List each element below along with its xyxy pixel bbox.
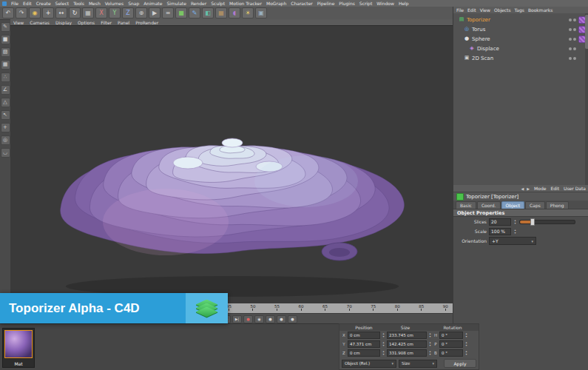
orientation-dropdown[interactable]: +Y — [489, 237, 536, 245]
size-stepper[interactable] — [428, 341, 432, 348]
edges-mode-icon[interactable]: ∠ — [1, 85, 10, 95]
viewport-menu-item[interactable]: Options — [78, 20, 95, 25]
menu-item[interactable]: Script — [359, 1, 372, 6]
object-manager-menu-item[interactable]: Tags — [515, 7, 524, 13]
slices-stepper[interactable] — [513, 218, 517, 225]
rotation-stepper[interactable] — [464, 341, 468, 348]
environment-icon[interactable]: ☀ — [242, 7, 254, 18]
object-manager-menu-item[interactable]: Objects — [494, 7, 511, 13]
record-position-button[interactable]: ● — [266, 315, 275, 323]
app-logo-icon[interactable] — [2, 1, 7, 6]
undo-icon[interactable]: ↶ — [2, 7, 14, 18]
attribute-tab[interactable]: Phong — [546, 201, 569, 209]
mograph-icon[interactable]: ◧ — [202, 7, 214, 18]
coord-mode-dropdown[interactable]: Object (Rel.) — [342, 360, 396, 368]
rotation-stepper[interactable] — [464, 350, 468, 357]
attribute-menu-item[interactable]: User Data — [564, 186, 586, 191]
visibility-toggle-dots[interactable] — [569, 38, 576, 41]
workplane-mode-icon[interactable]: ▦ — [1, 60, 10, 70]
redo-icon[interactable]: ↷ — [16, 7, 27, 18]
menu-item[interactable]: Sculpt — [211, 1, 225, 6]
scale-tool-icon[interactable]: ↔ — [55, 7, 67, 18]
position-input[interactable]: 47.371 cm — [348, 340, 380, 348]
menu-item[interactable]: MoGraph — [266, 1, 286, 6]
menu-item[interactable]: Volumes — [105, 1, 124, 6]
history-forward-icon[interactable]: ▶ — [527, 186, 530, 191]
rotation-input[interactable]: 0 ° — [439, 349, 463, 357]
position-input[interactable]: 0 cm — [348, 332, 380, 339]
deformer-icon[interactable]: ◖ — [229, 7, 240, 18]
size-stepper[interactable] — [428, 350, 432, 357]
position-stepper[interactable] — [382, 332, 385, 339]
polygons-mode-icon[interactable]: △ — [1, 98, 10, 107]
viewport-menu-item[interactable]: ProRender — [135, 20, 158, 25]
viewport-canvas[interactable] — [10, 25, 453, 304]
camera-icon[interactable]: ▣ — [255, 7, 267, 18]
menu-item[interactable]: Mesh — [89, 1, 101, 6]
visibility-toggle-dots[interactable] — [569, 57, 576, 60]
object-row-displace[interactable]: ◈ Displace — [464, 44, 588, 53]
menu-item[interactable]: Render — [191, 1, 206, 6]
viewport-menu-item[interactable]: Cameras — [30, 20, 50, 25]
scale-stepper[interactable] — [513, 228, 517, 235]
visibility-toggle-dots[interactable] — [569, 18, 576, 21]
menu-item[interactable]: Select — [55, 1, 70, 6]
object-manager-menu-item[interactable]: Edit — [467, 7, 476, 13]
rotation-input[interactable]: 0 ° — [439, 332, 463, 339]
live-selection-icon[interactable]: ◉ — [29, 7, 41, 18]
attribute-tab[interactable]: Coord. — [477, 201, 501, 209]
menu-item[interactable]: Simulate — [166, 1, 186, 6]
volume-icon[interactable]: ▦ — [215, 7, 227, 18]
apply-button[interactable]: Apply — [444, 359, 476, 368]
menu-item[interactable]: Plugins — [339, 1, 355, 6]
record-rotation-button[interactable]: ● — [288, 315, 297, 323]
object-row-torus[interactable]: ◎ Torus — [459, 24, 588, 34]
viewport-menu-item[interactable]: View — [13, 20, 24, 25]
slices-slider-knob[interactable] — [530, 218, 535, 226]
z-axis-lock-icon[interactable]: Z — [122, 7, 134, 18]
record-keyframe-button[interactable]: ● — [243, 315, 253, 323]
material-preview-sphere[interactable] — [4, 330, 33, 358]
record-scale-button[interactable]: ● — [277, 315, 286, 323]
position-stepper[interactable] — [382, 350, 385, 357]
render-view-icon[interactable]: ▶ — [149, 7, 160, 18]
texture-mode-icon[interactable]: ▨ — [1, 47, 10, 57]
viewport-menu-item[interactable]: Display — [55, 20, 72, 25]
solo-mode-icon[interactable]: ◎ — [1, 135, 10, 145]
object-row-toporizer[interactable]: ▤ Toporizer — [453, 15, 588, 24]
cube-primitive-icon[interactable]: ■ — [175, 7, 187, 18]
tweak-mode-icon[interactable]: ↖ — [1, 110, 10, 120]
menu-item[interactable]: Animate — [143, 1, 162, 6]
object-row-sphere[interactable]: ● Sphere — [459, 34, 588, 44]
size-input[interactable]: 233.745 cm — [387, 332, 427, 339]
autokey-button[interactable]: ◉ — [254, 315, 264, 323]
menu-item[interactable]: File — [11, 1, 18, 6]
object-row-2d-scan[interactable]: ▣ 2D Scan — [459, 53, 588, 63]
snap-mode-icon[interactable]: ◡ — [1, 148, 10, 158]
visibility-toggle-dots[interactable] — [569, 28, 576, 31]
size-input[interactable]: 142.425 cm — [387, 340, 427, 348]
make-editable-icon[interactable]: ✎ — [1, 22, 10, 32]
menu-item[interactable]: Tools — [73, 1, 84, 6]
attribute-menu-item[interactable]: Mode — [534, 186, 546, 191]
object-manager-menu-item[interactable]: Bookmarks — [528, 7, 553, 13]
attribute-tab[interactable]: Object — [501, 201, 525, 209]
position-stepper[interactable] — [382, 341, 385, 348]
rotation-stepper[interactable] — [464, 332, 468, 339]
menu-item[interactable]: Help — [399, 1, 409, 6]
viewport-menu-item[interactable]: Filter — [101, 20, 112, 25]
slices-slider[interactable] — [519, 220, 575, 224]
position-input[interactable]: 0 cm — [348, 349, 380, 357]
attribute-tab[interactable]: Basic — [456, 201, 476, 209]
object-manager-menu-item[interactable]: File — [456, 7, 464, 13]
goto-end-button[interactable]: ▶| — [232, 315, 242, 323]
menu-item[interactable]: Character — [291, 1, 313, 6]
last-tool-icon[interactable]: ▦ — [82, 7, 94, 18]
scale-input[interactable]: 100 % — [489, 228, 511, 235]
y-axis-lock-icon[interactable]: Y — [109, 7, 121, 18]
model-mode-icon[interactable]: ■ — [1, 35, 10, 44]
attribute-menu-item[interactable]: Edit — [550, 186, 559, 191]
move-tool-icon[interactable]: + — [42, 7, 54, 18]
history-back-icon[interactable]: ◀ — [521, 186, 524, 191]
material-tile[interactable]: Mat — [2, 328, 35, 368]
